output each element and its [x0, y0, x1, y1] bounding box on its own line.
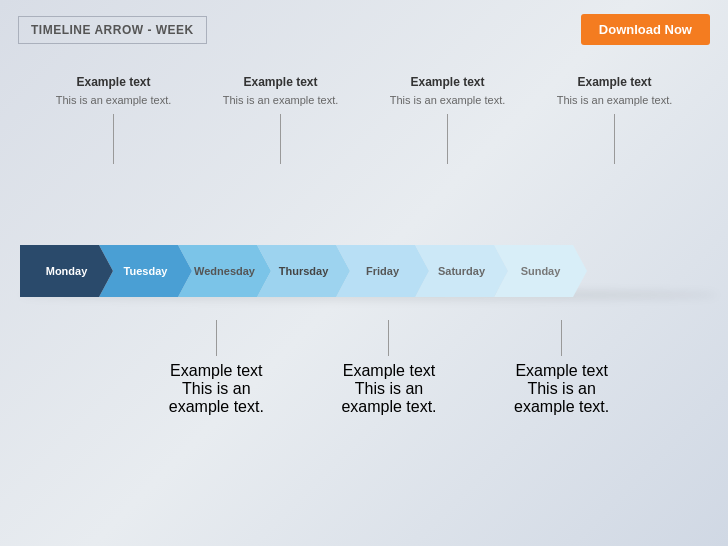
bottom-annotation-2-line [388, 320, 389, 356]
top-annotation-3-text: This is an example text. [383, 93, 513, 108]
top-annotation-2-text: This is an example text. [216, 93, 346, 108]
page-title: TIMELINE ARROW - WEEK [18, 16, 207, 44]
main-content: Example text This is an example text. Ex… [0, 55, 728, 545]
day-thursday-label: Thursday [279, 265, 329, 277]
download-button[interactable]: Download Now [581, 14, 710, 45]
top-annotation-1: Example text This is an example text. [49, 75, 179, 164]
day-tuesday-label: Tuesday [124, 265, 168, 277]
day-saturday-label: Saturday [438, 265, 485, 277]
top-annotation-2-line [280, 114, 281, 164]
bottom-annotation-2-title: Example text [324, 362, 454, 380]
top-annotation-2: Example text This is an example text. [216, 75, 346, 164]
bottom-annotation-1-text: This is an example text. [151, 380, 281, 416]
day-monday-label: Monday [46, 265, 88, 277]
bottom-annotation-1-line [216, 320, 217, 356]
bottom-annotation-3-title: Example text [497, 362, 627, 380]
top-annotations: Example text This is an example text. Ex… [0, 65, 728, 164]
bottom-annotation-2: Example text This is an example text. [324, 320, 454, 416]
timeline-row: Monday Tuesday Wednesday Thursday Friday… [20, 245, 718, 297]
bottom-annotation-3: Example text This is an example text. [497, 320, 627, 416]
bottom-annotation-2-text: This is an example text. [324, 380, 454, 416]
day-friday-label: Friday [366, 265, 399, 277]
top-annotation-4-text: This is an example text. [550, 93, 680, 108]
day-wednesday-label: Wednesday [194, 265, 255, 277]
bottom-annotations: Example text This is an example text. Ex… [0, 320, 728, 416]
bottom-annotation-1: Example text This is an example text. [151, 320, 281, 416]
top-annotation-4-title: Example text [550, 75, 680, 89]
bottom-annotation-3-text: This is an example text. [497, 380, 627, 416]
top-annotation-3-line [447, 114, 448, 164]
top-annotation-1-title: Example text [49, 75, 179, 89]
day-sunday-label: Sunday [521, 265, 561, 277]
top-annotation-4-line [614, 114, 615, 164]
top-annotation-2-title: Example text [216, 75, 346, 89]
top-annotation-1-text: This is an example text. [49, 93, 179, 108]
top-annotation-3: Example text This is an example text. [383, 75, 513, 164]
top-annotation-3-title: Example text [383, 75, 513, 89]
bottom-annotation-3-line [561, 320, 562, 356]
top-annotation-4: Example text This is an example text. [550, 75, 680, 164]
day-monday[interactable]: Monday [20, 245, 113, 297]
top-annotation-1-line [113, 114, 114, 164]
bottom-annotation-1-title: Example text [151, 362, 281, 380]
header: TIMELINE ARROW - WEEK Download Now [0, 0, 728, 55]
